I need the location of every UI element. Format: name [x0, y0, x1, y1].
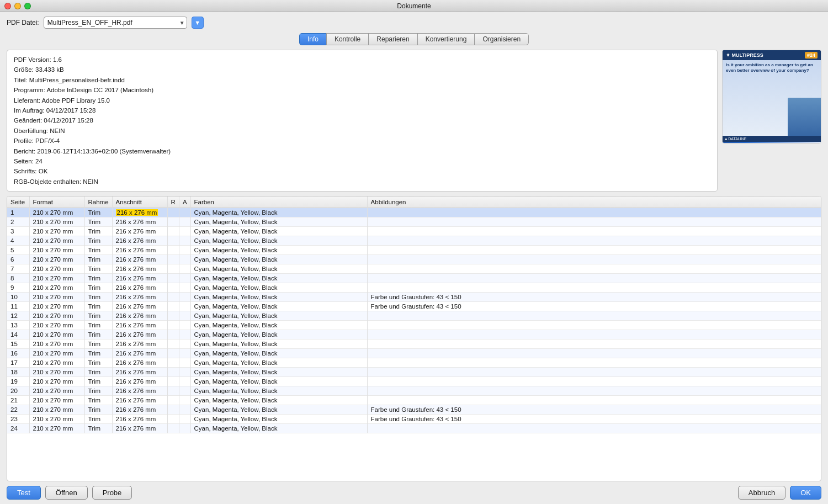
table-cell: 10 [7, 293, 29, 302]
table-cell: 210 x 270 mm [29, 405, 84, 415]
table-cell: Cyan, Magenta, Yellow, Black [190, 274, 367, 283]
table-row[interactable]: 6210 x 270 mmTrim216 x 276 mmCyan, Magen… [7, 255, 821, 264]
table-cell: 23 [7, 415, 29, 424]
pdf-file-selector[interactable]: MultiPress_EN_OFF_HR.pdf ▼ [44, 17, 187, 29]
tab-konvertierung[interactable]: Konvertierung [417, 33, 475, 45]
tab-kontrolle[interactable]: Kontrolle [326, 33, 368, 45]
table-cell: Trim [84, 283, 112, 293]
col-header-a: A [179, 197, 190, 208]
table-cell [367, 274, 821, 283]
abbruch-button[interactable]: Abbruch [738, 486, 785, 500]
info-line: Profile: PDF/X-4 [14, 136, 710, 146]
table-cell [367, 358, 821, 368]
table-row[interactable]: 17210 x 270 mmTrim216 x 276 mmCyan, Mage… [7, 358, 821, 368]
table-row[interactable]: 1210 x 270 mmTrim216 x 276 mmCyan, Magen… [7, 208, 821, 217]
info-line: Schrifts: OK [14, 166, 710, 176]
table-body: 1210 x 270 mmTrim216 x 276 mmCyan, Magen… [7, 208, 821, 433]
table-row[interactable]: 24210 x 270 mmTrim216 x 276 mmCyan, Mage… [7, 424, 821, 433]
table-row[interactable]: 2210 x 270 mmTrim216 x 276 mmCyan, Magen… [7, 217, 821, 227]
ok-button[interactable]: OK [790, 486, 821, 500]
close-button[interactable] [4, 3, 11, 9]
table-cell: 216 x 276 mm [112, 368, 167, 377]
table-cell: 210 x 270 mm [29, 415, 84, 424]
table-cell: Trim [84, 302, 112, 311]
table-row[interactable]: 11210 x 270 mmTrim216 x 276 mmCyan, Mage… [7, 302, 821, 311]
tab-info[interactable]: Info [299, 33, 326, 45]
table-cell [167, 217, 179, 227]
table-cell: 210 x 270 mm [29, 208, 84, 217]
tab-reparieren[interactable]: Reparieren [368, 33, 417, 45]
info-line: Programm: Adobe InDesign CC 2017 (Macint… [14, 85, 710, 95]
table-cell: 216 x 276 mm [112, 246, 167, 255]
table-cell [367, 377, 821, 386]
pdf-open-button[interactable]: ▼ [192, 17, 204, 29]
table-row[interactable]: 14210 x 270 mmTrim216 x 276 mmCyan, Mage… [7, 330, 821, 339]
table-row[interactable]: 22210 x 270 mmTrim216 x 276 mmCyan, Mage… [7, 405, 821, 415]
table-cell: Farbe und Graustufen: 43 < 150 [367, 415, 821, 424]
table-cell [367, 396, 821, 405]
table-cell [179, 274, 190, 283]
table-row[interactable]: 23210 x 270 mmTrim216 x 276 mmCyan, Mage… [7, 415, 821, 424]
table-container[interactable]: Seite Format Rahme Anschnitt R A Farben … [7, 196, 821, 481]
table-row[interactable]: 20210 x 270 mmTrim216 x 276 mmCyan, Mage… [7, 386, 821, 396]
table-row[interactable]: 8210 x 270 mmTrim216 x 276 mmCyan, Magen… [7, 274, 821, 283]
table-cell: Cyan, Magenta, Yellow, Black [190, 227, 367, 236]
preview-image: ✦ MULTIPRESS #24 Is it your ambition as … [723, 50, 821, 143]
table-cell [167, 396, 179, 405]
table-cell: 210 x 270 mm [29, 255, 84, 264]
table-cell [179, 227, 190, 236]
table-cell: 210 x 270 mm [29, 246, 84, 255]
table-cell: Trim [84, 358, 112, 368]
info-line: Seiten: 24 [14, 156, 710, 166]
table-row[interactable]: 7210 x 270 mmTrim216 x 276 mmCyan, Magen… [7, 264, 821, 274]
table-cell: Cyan, Magenta, Yellow, Black [190, 396, 367, 405]
table-cell: Trim [84, 274, 112, 283]
table-cell [179, 396, 190, 405]
table-row[interactable]: 21210 x 270 mmTrim216 x 276 mmCyan, Mage… [7, 396, 821, 405]
table-cell: Cyan, Magenta, Yellow, Black [190, 339, 367, 349]
table-cell: Cyan, Magenta, Yellow, Black [190, 330, 367, 339]
preview-header: ✦ MULTIPRESS #24 [723, 50, 821, 60]
oeffnen-button[interactable]: Öffnen [45, 486, 88, 500]
preview-issue: #24 [805, 52, 818, 59]
table-cell: 216 x 276 mm [112, 311, 167, 321]
maximize-button[interactable] [24, 3, 31, 9]
table-row[interactable]: 4210 x 270 mmTrim216 x 276 mmCyan, Magen… [7, 236, 821, 246]
info-line: Überfüllung: NEIN [14, 126, 710, 136]
table-cell: 210 x 270 mm [29, 386, 84, 396]
table-cell: 19 [7, 377, 29, 386]
table-cell [167, 377, 179, 386]
table-cell [179, 424, 190, 433]
table-row[interactable]: 5210 x 270 mmTrim216 x 276 mmCyan, Magen… [7, 246, 821, 255]
table-cell: Trim [84, 208, 112, 217]
table-cell [167, 274, 179, 283]
table-cell: 216 x 276 mm [112, 293, 167, 302]
table-row[interactable]: 3210 x 270 mmTrim216 x 276 mmCyan, Magen… [7, 227, 821, 236]
table-row[interactable]: 16210 x 270 mmTrim216 x 276 mmCyan, Mage… [7, 349, 821, 358]
table-row[interactable]: 13210 x 270 mmTrim216 x 276 mmCyan, Mage… [7, 321, 821, 330]
info-line: Im Auftrag: 04/12/2017 15:28 [14, 105, 710, 115]
pdf-file-select[interactable]: MultiPress_EN_OFF_HR.pdf [44, 17, 187, 29]
table-cell [179, 283, 190, 293]
table-cell [167, 358, 179, 368]
table-cell: 216 x 276 mm [112, 349, 167, 358]
probe-button[interactable]: Probe [92, 486, 132, 500]
table-cell: 17 [7, 358, 29, 368]
table-cell: 6 [7, 255, 29, 264]
test-button[interactable]: Test [7, 486, 41, 500]
table-cell [167, 405, 179, 415]
table-row[interactable]: 9210 x 270 mmTrim216 x 276 mmCyan, Magen… [7, 283, 821, 293]
minimize-button[interactable] [14, 3, 21, 9]
table-row[interactable]: 12210 x 270 mmTrim216 x 276 mmCyan, Mage… [7, 311, 821, 321]
table-cell: 216 x 276 mm [112, 396, 167, 405]
table-cell: Cyan, Magenta, Yellow, Black [190, 208, 367, 217]
table-cell [179, 246, 190, 255]
tab-organisieren[interactable]: Organisieren [474, 33, 529, 45]
table-cell [167, 349, 179, 358]
table-row[interactable]: 15210 x 270 mmTrim216 x 276 mmCyan, Mage… [7, 339, 821, 349]
table-cell [167, 386, 179, 396]
table-row[interactable]: 18210 x 270 mmTrim216 x 276 mmCyan, Mage… [7, 368, 821, 377]
table-row[interactable]: 10210 x 270 mmTrim216 x 276 mmCyan, Mage… [7, 293, 821, 302]
table-cell [179, 255, 190, 264]
table-row[interactable]: 19210 x 270 mmTrim216 x 276 mmCyan, Mage… [7, 377, 821, 386]
